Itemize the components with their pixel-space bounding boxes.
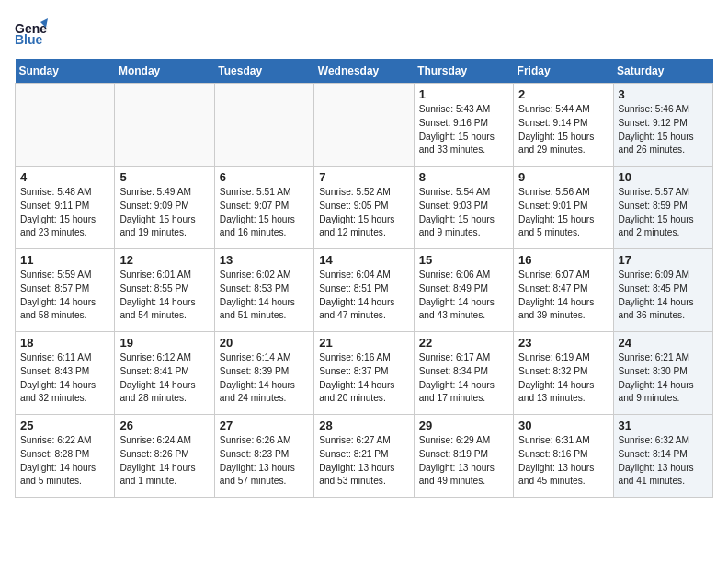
calendar-cell bbox=[115, 84, 214, 167]
day-number: 10 bbox=[619, 170, 708, 184]
calendar-cell: 5Sunrise: 5:49 AM Sunset: 9:09 PM Daylig… bbox=[115, 167, 214, 249]
day-info: Sunrise: 5:43 AM Sunset: 9:16 PM Dayligh… bbox=[419, 103, 508, 157]
day-info: Sunrise: 5:52 AM Sunset: 9:05 PM Dayligh… bbox=[319, 186, 408, 240]
day-info: Sunrise: 5:57 AM Sunset: 8:59 PM Dayligh… bbox=[619, 186, 708, 240]
day-info: Sunrise: 6:12 AM Sunset: 8:41 PM Dayligh… bbox=[119, 351, 209, 406]
page-header: General Blue bbox=[15, 15, 713, 48]
day-number: 23 bbox=[518, 336, 608, 350]
calendar-cell: 27Sunrise: 6:26 AM Sunset: 8:23 PM Dayli… bbox=[214, 415, 313, 498]
day-number: 12 bbox=[119, 253, 209, 267]
calendar-cell: 14Sunrise: 6:04 AM Sunset: 8:51 PM Dayli… bbox=[314, 249, 414, 332]
calendar-cell: 31Sunrise: 6:32 AM Sunset: 8:14 PM Dayli… bbox=[613, 415, 712, 498]
day-header-monday: Monday bbox=[115, 59, 214, 84]
day-info: Sunrise: 6:21 AM Sunset: 8:30 PM Dayligh… bbox=[619, 351, 708, 406]
calendar-cell: 17Sunrise: 6:09 AM Sunset: 8:45 PM Dayli… bbox=[613, 249, 712, 332]
calendar-cell: 15Sunrise: 6:06 AM Sunset: 8:49 PM Dayli… bbox=[414, 249, 513, 332]
day-number: 2 bbox=[518, 87, 608, 101]
day-number: 4 bbox=[20, 170, 109, 184]
day-number: 27 bbox=[220, 419, 309, 432]
calendar-cell: 12Sunrise: 6:01 AM Sunset: 8:55 PM Dayli… bbox=[115, 249, 214, 332]
day-number: 31 bbox=[619, 419, 708, 432]
calendar-cell: 18Sunrise: 6:11 AM Sunset: 8:43 PM Dayli… bbox=[16, 332, 115, 415]
day-header-tuesday: Tuesday bbox=[214, 59, 313, 84]
day-info: Sunrise: 6:07 AM Sunset: 8:47 PM Dayligh… bbox=[518, 269, 608, 323]
calendar-cell: 30Sunrise: 6:31 AM Sunset: 8:16 PM Dayli… bbox=[514, 415, 613, 498]
calendar-cell: 26Sunrise: 6:24 AM Sunset: 8:26 PM Dayli… bbox=[115, 415, 214, 498]
day-number: 22 bbox=[419, 336, 508, 350]
day-number: 30 bbox=[518, 419, 608, 432]
day-info: Sunrise: 6:26 AM Sunset: 8:23 PM Dayligh… bbox=[220, 434, 309, 488]
logo: General Blue bbox=[15, 15, 48, 48]
day-number: 13 bbox=[220, 253, 309, 267]
day-number: 14 bbox=[319, 253, 408, 267]
calendar-cell: 28Sunrise: 6:27 AM Sunset: 8:21 PM Dayli… bbox=[314, 415, 414, 498]
day-number: 17 bbox=[619, 253, 708, 267]
day-info: Sunrise: 6:27 AM Sunset: 8:21 PM Dayligh… bbox=[319, 434, 408, 488]
day-info: Sunrise: 6:09 AM Sunset: 8:45 PM Dayligh… bbox=[619, 269, 708, 323]
calendar-cell: 8Sunrise: 5:54 AM Sunset: 9:03 PM Daylig… bbox=[414, 167, 513, 249]
calendar-cell: 2Sunrise: 5:44 AM Sunset: 9:14 PM Daylig… bbox=[514, 84, 613, 167]
day-info: Sunrise: 5:49 AM Sunset: 9:09 PM Dayligh… bbox=[119, 186, 209, 240]
calendar-cell: 7Sunrise: 5:52 AM Sunset: 9:05 PM Daylig… bbox=[314, 167, 414, 249]
day-number: 21 bbox=[319, 336, 408, 350]
calendar-cell: 1Sunrise: 5:43 AM Sunset: 9:16 PM Daylig… bbox=[414, 84, 513, 167]
day-info: Sunrise: 5:51 AM Sunset: 9:07 PM Dayligh… bbox=[220, 186, 309, 240]
day-info: Sunrise: 6:16 AM Sunset: 8:37 PM Dayligh… bbox=[319, 351, 408, 406]
calendar-cell: 13Sunrise: 6:02 AM Sunset: 8:53 PM Dayli… bbox=[214, 249, 313, 332]
day-number: 5 bbox=[119, 170, 209, 184]
day-info: Sunrise: 5:59 AM Sunset: 8:57 PM Dayligh… bbox=[20, 269, 109, 323]
calendar-cell: 9Sunrise: 5:56 AM Sunset: 9:01 PM Daylig… bbox=[514, 167, 613, 249]
calendar-cell: 20Sunrise: 6:14 AM Sunset: 8:39 PM Dayli… bbox=[214, 332, 313, 415]
day-info: Sunrise: 6:17 AM Sunset: 8:34 PM Dayligh… bbox=[419, 351, 508, 406]
day-number: 8 bbox=[419, 170, 508, 184]
day-number: 1 bbox=[419, 87, 508, 101]
calendar-cell bbox=[214, 84, 313, 167]
day-header-thursday: Thursday bbox=[414, 59, 513, 84]
day-header-sunday: Sunday bbox=[16, 59, 115, 84]
day-number: 6 bbox=[220, 170, 309, 184]
day-number: 9 bbox=[518, 170, 608, 184]
calendar-cell: 21Sunrise: 6:16 AM Sunset: 8:37 PM Dayli… bbox=[314, 332, 414, 415]
calendar-cell: 29Sunrise: 6:29 AM Sunset: 8:19 PM Dayli… bbox=[414, 415, 513, 498]
calendar-cell: 10Sunrise: 5:57 AM Sunset: 8:59 PM Dayli… bbox=[613, 167, 712, 249]
calendar-cell: 22Sunrise: 6:17 AM Sunset: 8:34 PM Dayli… bbox=[414, 332, 513, 415]
day-info: Sunrise: 5:44 AM Sunset: 9:14 PM Dayligh… bbox=[518, 103, 608, 157]
calendar-cell: 24Sunrise: 6:21 AM Sunset: 8:30 PM Dayli… bbox=[613, 332, 712, 415]
day-info: Sunrise: 5:54 AM Sunset: 9:03 PM Dayligh… bbox=[419, 186, 508, 240]
day-number: 15 bbox=[419, 253, 508, 267]
day-number: 11 bbox=[20, 253, 109, 267]
day-info: Sunrise: 6:22 AM Sunset: 8:28 PM Dayligh… bbox=[20, 434, 109, 488]
calendar-cell: 11Sunrise: 5:59 AM Sunset: 8:57 PM Dayli… bbox=[16, 249, 115, 332]
day-info: Sunrise: 6:01 AM Sunset: 8:55 PM Dayligh… bbox=[119, 269, 209, 323]
day-info: Sunrise: 6:31 AM Sunset: 8:16 PM Dayligh… bbox=[518, 434, 608, 488]
day-info: Sunrise: 6:14 AM Sunset: 8:39 PM Dayligh… bbox=[220, 351, 309, 406]
day-info: Sunrise: 6:19 AM Sunset: 8:32 PM Dayligh… bbox=[518, 351, 608, 406]
day-number: 7 bbox=[319, 170, 408, 184]
day-number: 24 bbox=[619, 336, 708, 350]
calendar-cell: 19Sunrise: 6:12 AM Sunset: 8:41 PM Dayli… bbox=[115, 332, 214, 415]
day-number: 3 bbox=[619, 87, 708, 101]
day-number: 28 bbox=[319, 419, 408, 432]
day-number: 16 bbox=[518, 253, 608, 267]
calendar-table: SundayMondayTuesdayWednesdayThursdayFrid… bbox=[15, 59, 713, 498]
day-info: Sunrise: 6:06 AM Sunset: 8:49 PM Dayligh… bbox=[419, 269, 508, 323]
day-number: 18 bbox=[20, 336, 109, 350]
calendar-cell: 6Sunrise: 5:51 AM Sunset: 9:07 PM Daylig… bbox=[214, 167, 313, 249]
day-number: 29 bbox=[419, 419, 508, 432]
calendar-cell: 3Sunrise: 5:46 AM Sunset: 9:12 PM Daylig… bbox=[613, 84, 712, 167]
day-info: Sunrise: 6:11 AM Sunset: 8:43 PM Dayligh… bbox=[20, 351, 109, 406]
day-info: Sunrise: 6:29 AM Sunset: 8:19 PM Dayligh… bbox=[419, 434, 508, 488]
day-header-wednesday: Wednesday bbox=[314, 59, 414, 84]
calendar-cell: 25Sunrise: 6:22 AM Sunset: 8:28 PM Dayli… bbox=[16, 415, 115, 498]
day-number: 25 bbox=[20, 419, 109, 432]
calendar-cell: 4Sunrise: 5:48 AM Sunset: 9:11 PM Daylig… bbox=[16, 167, 115, 249]
day-header-friday: Friday bbox=[514, 59, 613, 84]
calendar-cell bbox=[16, 84, 115, 167]
day-info: Sunrise: 5:48 AM Sunset: 9:11 PM Dayligh… bbox=[20, 186, 109, 240]
day-info: Sunrise: 6:24 AM Sunset: 8:26 PM Dayligh… bbox=[119, 434, 209, 488]
day-info: Sunrise: 5:46 AM Sunset: 9:12 PM Dayligh… bbox=[619, 103, 708, 157]
logo-icon: General Blue bbox=[15, 15, 48, 48]
day-number: 19 bbox=[119, 336, 209, 350]
calendar-cell: 23Sunrise: 6:19 AM Sunset: 8:32 PM Dayli… bbox=[514, 332, 613, 415]
day-info: Sunrise: 6:02 AM Sunset: 8:53 PM Dayligh… bbox=[220, 269, 309, 323]
